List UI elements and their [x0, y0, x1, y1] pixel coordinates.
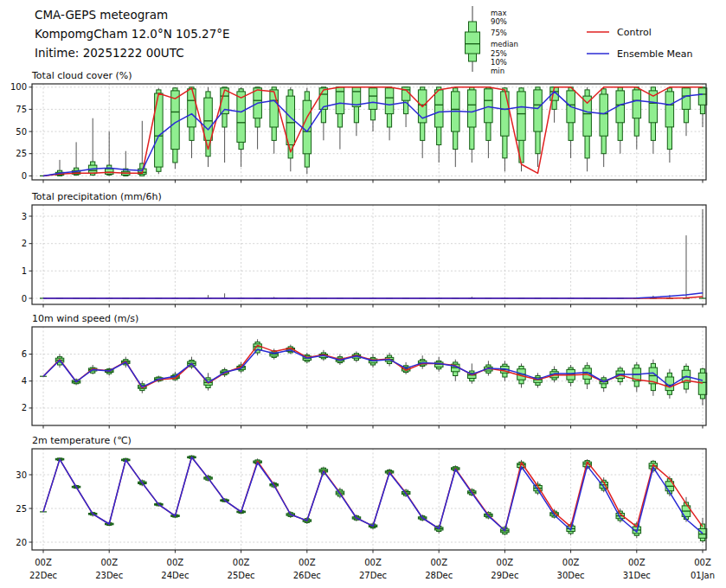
x-tick-date-label: 31Dec: [623, 571, 651, 580]
panel-title-precip: Total precipitation (mm/6h): [31, 191, 162, 202]
box-25-75: [385, 88, 394, 114]
x-tick-date-label: 28Dec: [425, 571, 453, 580]
panel-title-wind: 10m wind speed (m/s): [32, 313, 138, 324]
x-tick-date-label: 30Dec: [557, 571, 585, 580]
x-tick-date-label: 22Dec: [29, 571, 57, 580]
box-25-75: [435, 90, 444, 127]
box-25-75: [468, 90, 477, 127]
x-tick-time-label: 00Z: [100, 558, 118, 567]
x-tick-time-label: 00Z: [694, 558, 711, 567]
y-tick-label: 50: [16, 127, 27, 137]
y-tick-label: 25: [16, 149, 27, 158]
y-tick-label: 20: [16, 538, 27, 547]
legend-label-min: min: [491, 67, 504, 75]
y-tick-label: 0: [22, 294, 27, 304]
y-tick-label: 75: [16, 105, 27, 114]
box-25-75: [188, 89, 196, 127]
figure-location: KompomgCham 12.0°N 105.27°E: [35, 27, 230, 41]
y-tick-label: 25: [16, 504, 27, 514]
y-tick-label: 100: [10, 82, 27, 92]
ensemble-mean-legend-label: Ensemble Mean: [617, 48, 692, 60]
y-tick-label: 6: [22, 349, 27, 359]
panel-wind: 24610m wind speed (m/s): [22, 313, 707, 429]
box-25-75: [270, 90, 279, 127]
box-25-75: [237, 92, 246, 142]
box-25-75: [633, 90, 641, 118]
x-tick-date-label: 27Dec: [359, 571, 387, 580]
line-legend: Control Ensemble Mean: [587, 27, 692, 60]
box-25-75: [485, 89, 493, 123]
legend-outer-box: [466, 32, 480, 54]
y-tick-label: 1: [22, 266, 27, 276]
legend-label-75: 75%: [491, 29, 507, 37]
y-tick-label: 0: [22, 171, 27, 181]
legend-label-90: 90%: [491, 17, 507, 26]
meteogram-figure: CMA-GEPS meteogram KompomgCham 12.0°N 10…: [0, 0, 726, 588]
x-tick-time-label: 00Z: [299, 558, 316, 567]
x-tick-date-label: 01Jan: [691, 571, 715, 580]
box-25-75: [600, 94, 608, 136]
figure-title: CMA-GEPS meteogram: [35, 8, 168, 22]
x-tick-time-label: 00Z: [497, 558, 514, 567]
legend-label-max: max: [491, 9, 507, 17]
y-tick-label: 4: [22, 376, 27, 386]
x-tick-date-label: 26Dec: [293, 571, 321, 580]
panel-frame: [32, 449, 706, 550]
x-tick-time-label: 00Z: [430, 558, 447, 567]
x-tick-time-label: 00Z: [628, 558, 646, 567]
box-25-75: [517, 92, 526, 140]
panel-frame: [32, 327, 706, 425]
box-25-75: [501, 92, 510, 136]
box-25-75: [665, 92, 674, 127]
x-tick-time-label: 00Z: [167, 558, 184, 567]
x-tick-date-label: 24Dec: [161, 571, 189, 580]
x-tick-date-label: 29Dec: [491, 571, 518, 580]
y-tick-label: 3: [22, 212, 27, 221]
legend-label-25: 25%: [491, 49, 507, 58]
x-tick-time-label: 00Z: [364, 558, 382, 567]
panel-frame: [32, 205, 706, 304]
box-25-75: [204, 98, 213, 140]
box-whisker-legend: max 90% 75% median 25% 10% min: [466, 6, 518, 75]
panel-title-cloud: Total cloud cover (%): [31, 70, 132, 81]
box-25-75: [583, 96, 592, 136]
box-25-75: [682, 88, 691, 110]
control-legend-label: Control: [617, 27, 652, 38]
panel-cloud: 0255075100Total cloud cover (%): [10, 70, 707, 183]
chart-panels: 0255075100Total cloud cover (%)0123Total…: [10, 70, 715, 580]
box-25-75: [698, 528, 707, 538]
x-tick-date-label: 23Dec: [95, 571, 123, 580]
x-tick-date-label: 25Dec: [228, 571, 255, 580]
legend-label-median: median: [491, 40, 518, 48]
y-tick-label: 2: [22, 239, 27, 248]
box-25-75: [171, 91, 180, 150]
panel-precip: 0123Total precipitation (mm/6h): [22, 191, 706, 308]
box-25-75: [698, 88, 707, 105]
y-tick-label: 2: [22, 403, 27, 412]
box-25-75: [534, 90, 543, 131]
x-tick-time-label: 00Z: [562, 558, 580, 567]
x-tick-time-label: 00Z: [35, 558, 52, 567]
box-25-75: [698, 373, 707, 394]
box-25-75: [369, 88, 377, 110]
meteogram-svg: CMA-GEPS meteogram KompomgCham 12.0°N 10…: [0, 0, 726, 588]
box-25-75: [106, 169, 114, 174]
x-tick-time-label: 00Z: [233, 558, 250, 567]
panel-title-temp: 2m temperature (℃): [32, 435, 132, 446]
figure-inittime: Initime: 20251222 00UTC: [35, 46, 184, 60]
header: CMA-GEPS meteogram KompomgCham 12.0°N 10…: [35, 8, 230, 60]
legend-label-10: 10%: [491, 58, 507, 67]
panel-temp: 2025302m temperature (℃)00Z22Dec00Z23Dec…: [16, 435, 715, 580]
y-tick-label: 30: [16, 470, 27, 480]
